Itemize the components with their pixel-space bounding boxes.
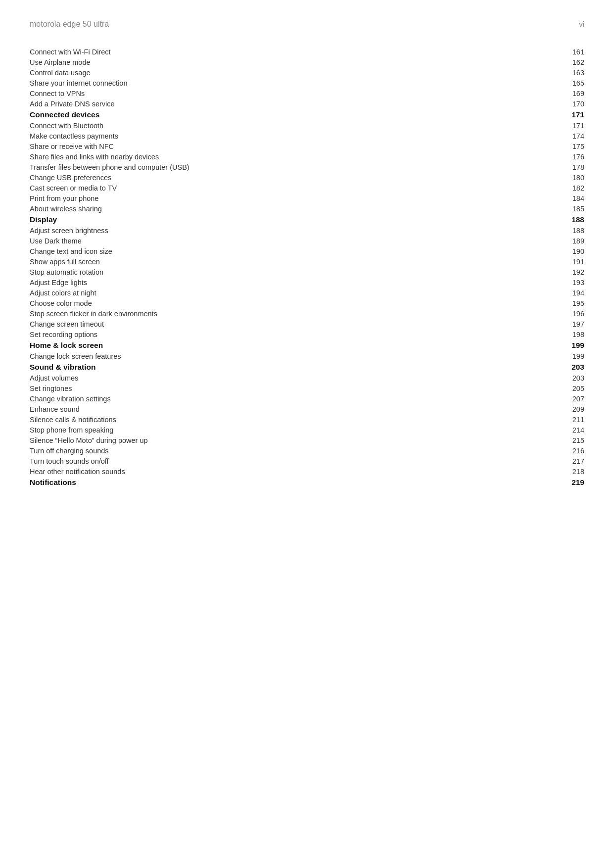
toc-item-label: Cast screen or media to TV — [30, 183, 543, 193]
toc-item-page: 184 — [543, 193, 584, 203]
toc-item-label: Hear other notification sounds — [30, 466, 543, 477]
toc-item: Connect to VPNs 169 — [30, 88, 584, 98]
toc-item-label: Transfer files between phone and compute… — [30, 162, 543, 172]
toc-item-label: About wireless sharing — [30, 203, 543, 214]
toc-item: Choose color mode 195 — [30, 298, 584, 308]
toc-item-label: Stop screen flicker in dark environments — [30, 308, 543, 319]
toc-item-page: 197 — [543, 319, 584, 329]
toc-item-label: Adjust volumes — [30, 373, 543, 383]
toc-item-page: 171 — [543, 120, 584, 131]
toc-item-label: Adjust screen brightness — [30, 225, 543, 236]
toc-item: Change text and icon size 190 — [30, 246, 584, 256]
toc-item-page: 207 — [543, 393, 584, 404]
toc-item: Change screen timeout 197 — [30, 319, 584, 329]
toc-item-page: 218 — [543, 466, 584, 477]
toc-item-page: 193 — [543, 277, 584, 288]
toc-item-page: 195 — [543, 298, 584, 308]
toc-item: Share files and links with nearby device… — [30, 151, 584, 162]
toc-item-label: Share files and links with nearby device… — [30, 151, 543, 162]
toc-item-label: Make contactless payments — [30, 131, 543, 141]
toc-item-page: 189 — [543, 236, 584, 246]
toc-item-page: 198 — [543, 329, 584, 339]
toc-item-label: Control data usage — [30, 67, 543, 78]
toc-item-label: Stop phone from speaking — [30, 425, 543, 435]
toc-item-page: 185 — [543, 203, 584, 214]
toc-item: Adjust colors at night 194 — [30, 288, 584, 298]
toc-item: Show apps full screen 191 — [30, 256, 584, 267]
toc-item-label: Set ringtones — [30, 383, 543, 393]
toc-item: Stop screen flicker in dark environments… — [30, 308, 584, 319]
toc-item: Adjust volumes 203 — [30, 373, 584, 383]
toc-item-page: 176 — [543, 151, 584, 162]
toc-item: Stop automatic rotation 192 — [30, 267, 584, 277]
toc-item: Set ringtones 205 — [30, 383, 584, 393]
toc-item: Turn off charging sounds 216 — [30, 445, 584, 456]
toc-section-label: Connected devices — [30, 109, 543, 120]
toc-item: Silence calls & notifications 211 — [30, 414, 584, 425]
toc-section-page: 203 — [543, 361, 584, 373]
toc-item-label: Connect with Wi-Fi Direct — [30, 47, 543, 57]
toc-item-label: Change screen timeout — [30, 319, 543, 329]
toc-item-label: Connect with Bluetooth — [30, 120, 543, 131]
toc-item: Change vibration settings 207 — [30, 393, 584, 404]
device-title: motorola edge 50 ultra — [30, 20, 109, 29]
toc-item-page: 163 — [543, 67, 584, 78]
toc-item-page: 170 — [543, 98, 584, 109]
toc-item: Turn touch sounds on/off 217 — [30, 456, 584, 466]
toc-section-row: Display 188 — [30, 214, 584, 225]
toc-item-page: 196 — [543, 308, 584, 319]
toc-item-label: Change text and icon size — [30, 246, 543, 256]
toc-item: Control data usage 163 — [30, 67, 584, 78]
toc-item: Use Airplane mode 162 — [30, 57, 584, 67]
toc-section-page: 199 — [543, 339, 584, 351]
toc-item: Hear other notification sounds 218 — [30, 466, 584, 477]
toc-item: Silence “Hello Moto” during power up 215 — [30, 435, 584, 445]
toc-item-page: 192 — [543, 267, 584, 277]
toc-section-label: Sound & vibration — [30, 361, 543, 373]
toc-item-page: 215 — [543, 435, 584, 445]
toc-item-page: 178 — [543, 162, 584, 172]
toc-item: Use Dark theme 189 — [30, 236, 584, 246]
toc-item-label: Turn touch sounds on/off — [30, 456, 543, 466]
toc-item-label: Add a Private DNS service — [30, 98, 543, 109]
toc-item-label: Silence calls & notifications — [30, 414, 543, 425]
toc-item-label: Use Dark theme — [30, 236, 543, 246]
toc-item: About wireless sharing 185 — [30, 203, 584, 214]
toc-item-label: Set recording options — [30, 329, 543, 339]
toc-item-page: 194 — [543, 288, 584, 298]
toc-item-label: Share or receive with NFC — [30, 141, 543, 151]
toc-item-page: 165 — [543, 78, 584, 88]
toc-item: Cast screen or media to TV 182 — [30, 183, 584, 193]
toc-item: Share or receive with NFC 175 — [30, 141, 584, 151]
toc-item-page: 190 — [543, 246, 584, 256]
toc-item-page: 209 — [543, 404, 584, 414]
toc-section-page: 219 — [543, 477, 584, 488]
toc-item-page: 175 — [543, 141, 584, 151]
toc-table: Connect with Wi-Fi Direct 161 Use Airpla… — [30, 47, 584, 488]
toc-item-label: Change lock screen features — [30, 351, 543, 361]
toc-section-row: Notifications 219 — [30, 477, 584, 488]
toc-item-page: 180 — [543, 172, 584, 183]
toc-item: Adjust Edge lights 193 — [30, 277, 584, 288]
toc-item: Set recording options 198 — [30, 329, 584, 339]
toc-item-label: Change USB preferences — [30, 172, 543, 183]
toc-item-page: 169 — [543, 88, 584, 98]
toc-item-label: Enhance sound — [30, 404, 543, 414]
toc-section-label: Notifications — [30, 477, 543, 488]
toc-item: Stop phone from speaking 214 — [30, 425, 584, 435]
toc-item-label: Adjust Edge lights — [30, 277, 543, 288]
toc-item-label: Adjust colors at night — [30, 288, 543, 298]
toc-item-label: Connect to VPNs — [30, 88, 543, 98]
toc-item: Change USB preferences 180 — [30, 172, 584, 183]
toc-item-label: Stop automatic rotation — [30, 267, 543, 277]
toc-item-page: 174 — [543, 131, 584, 141]
toc-item: Add a Private DNS service 170 — [30, 98, 584, 109]
toc-item: Connect with Bluetooth 171 — [30, 120, 584, 131]
toc-item-label: Use Airplane mode — [30, 57, 543, 67]
toc-item-label: Change vibration settings — [30, 393, 543, 404]
toc-item-label: Choose color mode — [30, 298, 543, 308]
toc-item: Enhance sound 209 — [30, 404, 584, 414]
toc-item-page: 211 — [543, 414, 584, 425]
toc-section-label: Display — [30, 214, 543, 225]
toc-section-row: Home & lock screen 199 — [30, 339, 584, 351]
